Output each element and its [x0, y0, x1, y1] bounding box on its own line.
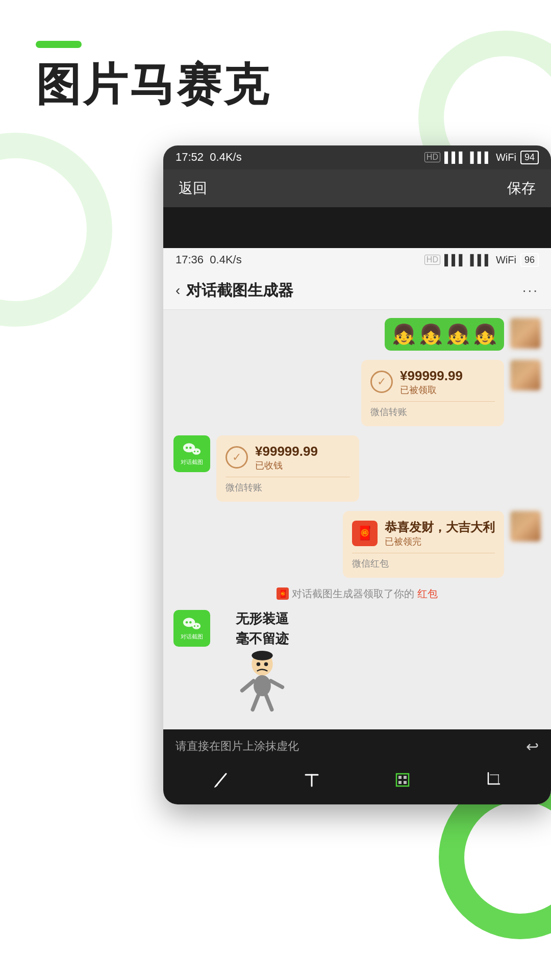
avatar-wechat: 对话截图	[173, 435, 210, 472]
svg-point-7	[186, 621, 188, 624]
inner-app-bar: ‹ 对话截图生成器 ···	[163, 272, 551, 310]
table-row: 🧧 恭喜发财，大吉大利 已被领完 微信红包	[173, 511, 541, 578]
outer-time-speed: 17:52 0.4K/s	[176, 151, 242, 164]
check-icon-left: ✓	[226, 446, 248, 469]
avatar	[510, 318, 541, 349]
app-nav-outer: 返回 保存	[163, 169, 551, 207]
battery-indicator: 94	[520, 151, 539, 164]
system-text: 对话截图生成器领取了你的	[292, 587, 414, 601]
svg-point-11	[197, 625, 198, 627]
undo-button[interactable]: ↩	[526, 738, 539, 755]
svg-line-17	[253, 695, 258, 709]
svg-point-2	[189, 447, 192, 449]
svg-point-20	[264, 662, 268, 666]
more-menu-button[interactable]: ···	[522, 282, 539, 299]
status-bar-outer: 17:52 0.4K/s HD ▌▌▌ ▌▌▌ WiFi 94	[163, 145, 551, 169]
svg-rect-25	[396, 774, 409, 786]
table-row: ✓ ¥99999.99 已被领取 微信转账	[173, 360, 541, 426]
emoji-message: 👧👧👧👧	[385, 318, 504, 351]
bottom-toolbar: 请直接在图片上涂抹虚化 ↩	[163, 729, 551, 804]
inner-signal-icon: ▌▌▌	[444, 254, 466, 266]
avatar-wechat-sticker: 对话截图	[173, 610, 210, 647]
svg-point-3	[192, 448, 201, 455]
pencil-tool-button[interactable]	[207, 766, 235, 794]
red-link: 红包	[417, 587, 438, 601]
rect-tool-button[interactable]	[388, 766, 417, 794]
table-row: 对话截图 ✓ ¥99999.99 已收钱 微信转账	[173, 435, 541, 502]
sticker-message: 无形装逼 毫不留迹	[216, 610, 308, 712]
svg-point-19	[257, 662, 261, 666]
inner-wifi-icon: WiFi	[496, 254, 516, 266]
redpacket-card: 🧧 恭喜发财，大吉大利 已被领完 微信红包	[343, 511, 504, 578]
status-bar-inner: 17:36 0.4K/s HD ▌▌▌ ▌▌▌ WiFi 96	[163, 248, 551, 272]
pencil-icon	[212, 771, 230, 789]
inner-battery-indicator: 96	[520, 253, 539, 267]
outer-status-icons: HD ▌▌▌ ▌▌▌ WiFi 94	[424, 151, 539, 164]
avatar	[510, 511, 541, 542]
wifi-icon: WiFi	[496, 152, 516, 163]
redpacket-icon: 🧧	[352, 521, 378, 546]
transfer-card-right: ✓ ¥99999.99 已被领取 微信转账	[361, 360, 504, 426]
toolbar-hint-row: 请直接在图片上涂抹虚化 ↩	[176, 738, 539, 755]
svg-rect-29	[404, 781, 407, 784]
crop-icon	[484, 771, 503, 789]
inner-app-title: 对话截图生成器	[186, 280, 522, 301]
svg-point-10	[194, 625, 195, 627]
signal-icon2: ▌▌▌	[470, 152, 492, 163]
svg-point-1	[186, 447, 188, 449]
rect-icon	[393, 771, 412, 789]
phone-mockup: 17:52 0.4K/s HD ▌▌▌ ▌▌▌ WiFi 94 返回 保存 17…	[163, 145, 551, 804]
svg-rect-28	[398, 781, 402, 784]
page-title: 图片马赛克	[36, 60, 515, 110]
svg-rect-26	[398, 776, 402, 779]
inner-screen: 17:36 0.4K/s HD ▌▌▌ ▌▌▌ WiFi 96 ‹ 对话截图生成…	[163, 248, 551, 729]
toolbar-tools-row	[176, 766, 539, 799]
red-packet-small-icon: 🧧	[277, 587, 289, 600]
system-message: 🧧 对话截图生成器领取了你的 红包	[173, 587, 541, 601]
transfer-footer-left: 微信转账	[226, 481, 350, 494]
sticker-line2: 毫不留迹	[236, 630, 289, 648]
svg-point-9	[192, 623, 201, 629]
svg-line-15	[242, 681, 254, 691]
hd-badge: HD	[424, 152, 440, 162]
page-header: 图片马赛克	[0, 0, 551, 130]
inner-hd-badge: HD	[424, 255, 440, 265]
redpacket-sub: 已被领完	[385, 535, 495, 548]
transfer-status-left: 已收钱	[255, 459, 318, 472]
save-button-outer[interactable]: 保存	[507, 179, 536, 198]
check-icon: ✓	[370, 371, 393, 393]
chat-area: 👧👧👧👧 ✓ ¥99999.99 已被领取 微信转账	[163, 310, 551, 729]
black-divider	[163, 207, 551, 248]
redpacket-footer: 微信红包	[352, 557, 495, 570]
svg-line-18	[266, 695, 272, 709]
inner-back-arrow[interactable]: ‹	[176, 282, 180, 299]
avatar	[510, 360, 541, 390]
svg-point-5	[197, 451, 198, 452]
table-row: 👧👧👧👧	[173, 318, 541, 351]
toolbar-hint-text: 请直接在图片上涂抹虚化	[176, 739, 299, 754]
accent-bar	[36, 41, 82, 48]
back-button-outer[interactable]: 返回	[179, 179, 207, 198]
transfer-amount: ¥99999.99	[400, 368, 463, 384]
sticker-line1: 无形装逼	[236, 610, 289, 628]
svg-point-8	[189, 621, 192, 624]
text-tool-button[interactable]	[297, 766, 326, 794]
transfer-card-left: ✓ ¥99999.99 已收钱 微信转账	[216, 435, 359, 502]
transfer-status: 已被领取	[400, 384, 463, 396]
inner-status-icons: HD ▌▌▌ ▌▌▌ WiFi 96	[424, 253, 539, 267]
text-icon	[303, 771, 321, 789]
svg-point-14	[254, 675, 271, 696]
bg-decoration-arc-left	[0, 133, 112, 327]
redpacket-text: 恭喜发财，大吉大利	[385, 519, 495, 535]
svg-point-4	[194, 451, 195, 452]
transfer-amount-left: ¥99999.99	[255, 444, 318, 459]
crop-tool-button[interactable]	[479, 766, 508, 794]
svg-line-21	[216, 774, 226, 786]
inner-signal-icon2: ▌▌▌	[470, 254, 492, 266]
inner-time-speed: 17:36 0.4K/s	[176, 253, 242, 266]
svg-point-13	[252, 651, 272, 660]
table-row: 对话截图 无形装逼 毫不留迹	[173, 610, 541, 712]
svg-rect-27	[404, 776, 407, 779]
svg-line-16	[271, 681, 283, 687]
sticker-character-svg	[232, 650, 293, 712]
